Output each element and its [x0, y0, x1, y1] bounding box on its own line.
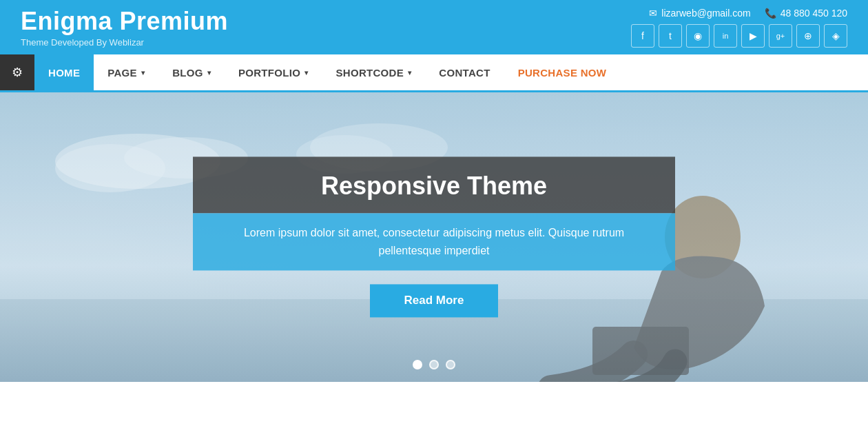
- dribbble-icon[interactable]: ◉: [686, 24, 710, 48]
- phone-icon: 📞: [765, 8, 776, 19]
- slider-dot-1[interactable]: [413, 360, 422, 369]
- nav-items-list: HOME PAGE ▾ BLOG ▾ PORTFOLIO ▾ SHORTCODE…: [34, 54, 620, 90]
- phone-number: 48 880 450 120: [781, 8, 847, 19]
- portfolio-caret: ▾: [304, 69, 308, 77]
- header-right: ✉ lizarweb@gmail.com 📞 48 880 450 120 f …: [631, 8, 847, 48]
- social-icons-bar: f t ◉ in ▶ g+ ⊕ ◈: [631, 24, 847, 48]
- hero-button-wrapper: Read More: [193, 285, 675, 318]
- facebook-icon[interactable]: f: [631, 24, 654, 48]
- nav-home[interactable]: HOME: [34, 54, 94, 90]
- hero-title: Responsive Theme: [220, 172, 648, 201]
- hero-description: Lorem ipsum dolor sit amet, consectetur …: [220, 224, 648, 259]
- blog-caret: ▾: [207, 69, 211, 77]
- google-plus-icon[interactable]: g+: [769, 24, 792, 48]
- email-icon: ✉: [649, 8, 657, 19]
- youtube-icon[interactable]: ▶: [741, 24, 765, 48]
- linkedin-icon[interactable]: in: [714, 24, 737, 48]
- contact-info: ✉ lizarweb@gmail.com 📞 48 880 450 120: [649, 8, 847, 19]
- nav-purchase[interactable]: PURCHASE NOW: [504, 54, 621, 90]
- site-subtitle: Theme Developed By Weblizar: [21, 37, 228, 48]
- hero-title-box: Responsive Theme: [193, 156, 675, 213]
- hero-section: Responsive Theme Lorem ipsum dolor sit a…: [0, 92, 868, 382]
- main-navbar: ⚙ HOME PAGE ▾ BLOG ▾ PORTFOLIO ▾ SHORTCO…: [0, 54, 868, 92]
- nav-page[interactable]: PAGE ▾: [94, 54, 158, 90]
- hero-content-box: Responsive Theme Lorem ipsum dolor sit a…: [193, 156, 675, 317]
- nav-contact[interactable]: CONTACT: [425, 54, 504, 90]
- nav-portfolio[interactable]: PORTFOLIO ▾: [225, 54, 322, 90]
- header-branding: Enigma Premium Theme Developed By Webliz…: [21, 7, 228, 48]
- nav-blog[interactable]: BLOG ▾: [158, 54, 225, 90]
- slider-dot-3[interactable]: [446, 360, 455, 369]
- email-info: ✉ lizarweb@gmail.com: [649, 8, 750, 19]
- site-title: Enigma Premium: [21, 7, 228, 36]
- slider-dot-2[interactable]: [429, 360, 439, 369]
- nav-shortcode[interactable]: SHORTCODE ▾: [322, 54, 425, 90]
- site-header: Enigma Premium Theme Developed By Webliz…: [0, 0, 868, 54]
- shortcode-caret: ▾: [408, 69, 411, 77]
- instagram-icon[interactable]: ◈: [824, 24, 847, 48]
- phone-info: 📞 48 880 450 120: [765, 8, 847, 19]
- settings-gear-button[interactable]: ⚙: [0, 54, 34, 90]
- slider-dots: [413, 360, 455, 369]
- hero-description-box: Lorem ipsum dolor sit amet, consectetur …: [193, 213, 675, 270]
- read-more-button[interactable]: Read More: [370, 285, 499, 318]
- twitter-icon[interactable]: t: [659, 24, 682, 48]
- page-caret: ▾: [141, 69, 145, 77]
- flickr-icon[interactable]: ⊕: [796, 24, 820, 48]
- email-address: lizarweb@gmail.com: [661, 8, 750, 19]
